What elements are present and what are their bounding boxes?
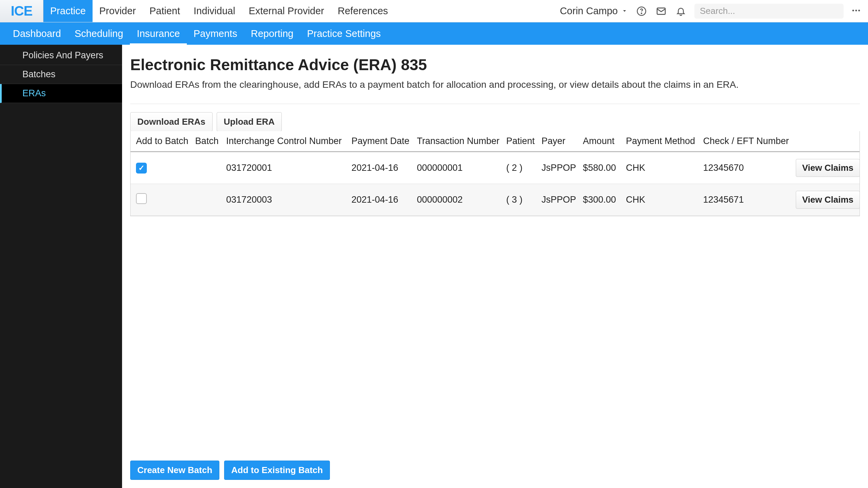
th-icn: Interchange Control Number	[223, 131, 348, 152]
cell-payment-method: CHK	[623, 184, 700, 216]
bell-icon[interactable]	[675, 5, 687, 17]
page-description: Download ERAs from the clearinghouse, ad…	[130, 79, 860, 90]
topnav-provider[interactable]: Provider	[93, 0, 143, 22]
cell-payment-date: 2021-04-16	[348, 184, 413, 216]
user-menu[interactable]: Corin Campo	[560, 5, 628, 17]
toolbar: Download ERAs Upload ERA	[130, 112, 860, 131]
cell-payer: JsPPOP	[538, 184, 579, 216]
cell-check-number: 12345670	[700, 152, 792, 184]
svg-point-1	[641, 13, 642, 14]
th-payment-method: Payment Method	[623, 131, 700, 152]
logo[interactable]: ICE	[0, 0, 43, 22]
add-to-existing-batch-button[interactable]: Add to Existing Batch	[224, 461, 330, 480]
cell-amount: $300.00	[579, 184, 623, 216]
subnav-payments[interactable]: Payments	[187, 22, 244, 45]
cell-patient: ( 3 )	[503, 184, 538, 216]
main: Electronic Remittance Advice (ERA) 835 D…	[122, 45, 868, 488]
cell-icn: 031720003	[223, 184, 348, 216]
cell-icn: 031720001	[223, 152, 348, 184]
th-add-to-batch: Add to Batch	[131, 131, 192, 152]
era-table-wrap: Add to Batch Batch Interchange Control N…	[130, 131, 860, 216]
subnav-dashboard[interactable]: Dashboard	[6, 22, 68, 45]
cell-patient: ( 2 )	[503, 152, 538, 184]
subnav-practice-settings[interactable]: Practice Settings	[300, 22, 388, 45]
cell-check-number: 12345671	[700, 184, 792, 216]
table-row: ✓0317200012021-04-16000000001( 2 )JsPPOP…	[131, 152, 860, 184]
cell-payment-date: 2021-04-16	[348, 152, 413, 184]
sidebar-item-eras[interactable]: ERAs	[0, 84, 122, 103]
th-check-number: Check / EFT Number	[700, 131, 792, 152]
th-payer: Payer	[538, 131, 579, 152]
logo-text: ICE	[11, 3, 33, 19]
top-nav: Practice Provider Patient Individual Ext…	[43, 0, 395, 22]
th-batch: Batch	[192, 131, 223, 152]
cell-amount: $580.00	[579, 152, 623, 184]
subnav-insurance[interactable]: Insurance	[130, 22, 186, 45]
divider	[130, 104, 860, 104]
topnav-practice[interactable]: Practice	[43, 0, 93, 22]
sidebar-item-policies[interactable]: Policies And Payers	[0, 46, 122, 65]
th-patient: Patient	[503, 131, 538, 152]
sidebar: Policies And Payers Batches ERAs	[0, 45, 122, 488]
topbar: ICE Practice Provider Patient Individual…	[0, 0, 868, 22]
upload-era-button[interactable]: Upload ERA	[217, 112, 282, 131]
table-row: 0317200032021-04-16000000002( 3 )JsPPOP$…	[131, 184, 860, 216]
help-icon[interactable]	[635, 5, 648, 17]
sub-nav: Dashboard Scheduling Insurance Payments …	[0, 22, 868, 45]
cell-batch	[192, 184, 223, 216]
subnav-scheduling[interactable]: Scheduling	[68, 22, 130, 45]
more-icon[interactable]	[851, 5, 861, 17]
content-wrap: Policies And Payers Batches ERAs Electro…	[0, 45, 868, 488]
row-checkbox[interactable]	[136, 193, 147, 204]
era-table: Add to Batch Batch Interchange Control N…	[131, 131, 860, 216]
user-name: Corin Campo	[560, 5, 618, 17]
topbar-right: Corin Campo	[560, 0, 868, 22]
cell-batch	[192, 152, 223, 184]
footer-actions: Create New Batch Add to Existing Batch	[130, 461, 330, 480]
th-amount: Amount	[579, 131, 623, 152]
row-checkbox[interactable]: ✓	[136, 163, 147, 174]
page-title: Electronic Remittance Advice (ERA) 835	[130, 56, 860, 74]
topnav-external-provider[interactable]: External Provider	[242, 0, 331, 22]
svg-point-5	[858, 9, 860, 11]
th-transaction-number: Transaction Number	[413, 131, 503, 152]
create-new-batch-button[interactable]: Create New Batch	[130, 461, 219, 480]
cell-transaction-number: 000000002	[413, 184, 503, 216]
mail-icon[interactable]	[655, 5, 667, 17]
cell-transaction-number: 000000001	[413, 152, 503, 184]
view-claims-button[interactable]: View Claims	[796, 191, 860, 209]
table-header-row: Add to Batch Batch Interchange Control N…	[131, 131, 860, 152]
topnav-patient[interactable]: Patient	[143, 0, 187, 22]
topnav-references[interactable]: References	[331, 0, 395, 22]
cell-payment-method: CHK	[623, 152, 700, 184]
svg-point-3	[852, 9, 854, 11]
sidebar-item-batches[interactable]: Batches	[0, 65, 122, 84]
caret-down-icon	[621, 5, 628, 17]
view-claims-button[interactable]: View Claims	[796, 159, 860, 177]
download-eras-button[interactable]: Download ERAs	[130, 112, 213, 131]
svg-point-4	[855, 9, 857, 11]
topnav-individual[interactable]: Individual	[187, 0, 242, 22]
th-payment-date: Payment Date	[348, 131, 413, 152]
th-action	[792, 131, 860, 152]
subnav-reporting[interactable]: Reporting	[244, 22, 300, 45]
cell-payer: JsPPOP	[538, 152, 579, 184]
search-input[interactable]	[694, 4, 844, 19]
